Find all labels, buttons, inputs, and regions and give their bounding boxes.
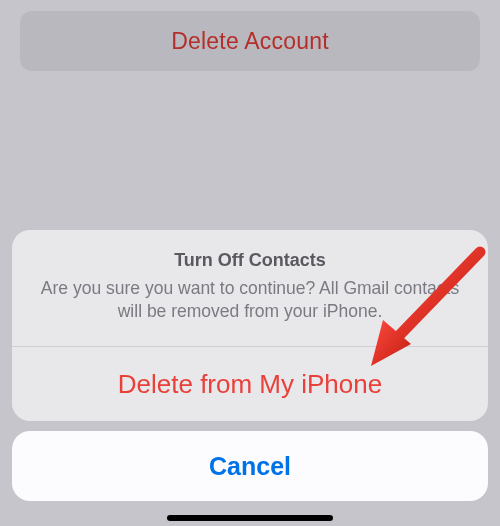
delete-account-button[interactable]: Delete Account [20,11,480,71]
action-sheet-header: Turn Off Contacts Are you sure you want … [12,230,488,346]
cancel-button[interactable]: Cancel [12,431,488,501]
delete-from-iphone-button[interactable]: Delete from My iPhone [12,347,488,421]
action-sheet-title: Turn Off Contacts [38,250,462,271]
action-sheet-message: Are you sure you want to continue? All G… [38,277,462,324]
home-indicator [167,515,333,521]
action-sheet: Turn Off Contacts Are you sure you want … [12,230,488,421]
